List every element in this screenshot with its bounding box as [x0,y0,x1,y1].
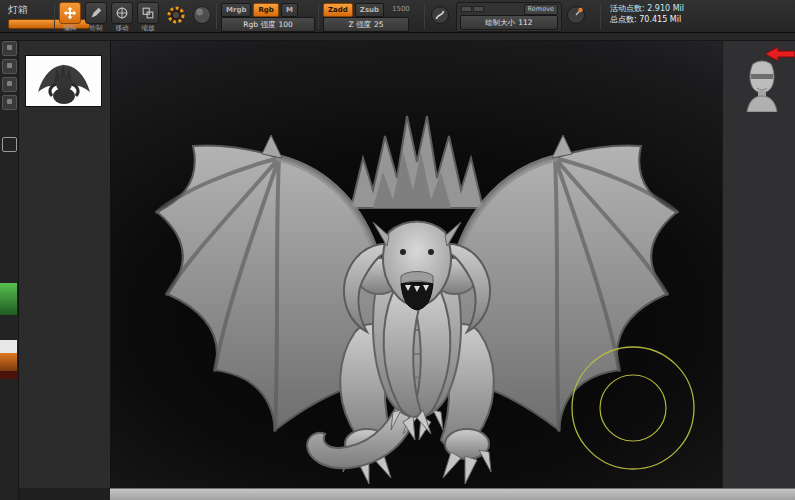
divider [424,3,425,29]
move-mode-label: 移动 [110,24,134,32]
z-intensity-value: 25 [374,20,384,29]
m-button[interactable]: M [281,3,298,17]
pencil-icon [85,2,107,24]
tray-tool-icon[interactable] [2,77,17,92]
active-points-stat: 活动点数: 2.910 Mil [610,3,780,14]
current-tool-thumbnail[interactable] [25,55,102,107]
shelf-shadow-bar [0,33,795,41]
divider [216,3,217,29]
rgb-intensity-slider[interactable]: Rgb 强度 100 [221,17,315,32]
brush-cursor [553,328,713,488]
tray-tool-icon[interactable] [2,95,17,110]
move-gyro-icon [111,2,133,24]
divider [318,3,319,29]
draw-size-value: 112 [518,18,532,27]
brush-settings-panel: Remove 绘制大小 112 [456,2,562,32]
edit-icon [59,2,81,24]
z-intensity-label: Z 强度 [348,20,371,30]
mask-dash-icon [473,6,484,12]
white-swatch[interactable] [0,340,17,353]
scale-mode-label: 缩放 [136,24,160,32]
scale-mode-button[interactable]: 缩放 [136,1,160,31]
tray-tool-icon[interactable] [2,59,17,74]
scale-icon [137,2,159,24]
rgb-button[interactable]: Rgb [253,3,278,17]
top-shelf: 灯箱 编辑 绘制 移动 缩放 Mrgb Rgb M Rgb 强 [0,0,795,33]
canvas-bottom-edge [110,488,795,500]
remove-button[interactable]: Remove [524,4,558,15]
mesh-stats: 活动点数: 2.910 Mil 总点数: 70.415 Mil [610,3,780,25]
move-mode-button[interactable]: 移动 [110,1,134,31]
tray-tool-icon[interactable] [2,41,17,56]
left-tray [19,40,110,488]
stroke-curve-icon[interactable] [430,5,450,25]
mrgb-button[interactable]: Mrgb [221,3,251,17]
divider [54,3,55,29]
draw-size-label: 绘制大小 [485,18,515,28]
draw-mode-label: 绘制 [84,24,108,32]
dark-red-swatch[interactable] [0,371,17,379]
right-tray [722,40,795,488]
orange-swatch[interactable] [0,353,17,371]
zsub-button[interactable]: Zsub [355,3,384,17]
z-limit-value: 1500 [392,5,410,13]
total-points-stat: 总点数: 70.415 Mil [610,14,780,25]
thumbnail-dragon-image [26,56,101,106]
z-intensity-slider[interactable]: Z 强度 25 [323,17,409,32]
edit-mode-label: 编辑 [58,24,82,32]
lightbox-button[interactable]: 灯箱 [8,3,28,17]
edit-mode-button[interactable]: 编辑 [58,1,82,31]
left-icon-strip [0,33,19,500]
divider [600,3,601,29]
gear-icon[interactable] [166,5,186,25]
green-swatch[interactable] [0,283,17,315]
focal-knob-icon[interactable] [566,5,586,25]
zadd-button[interactable]: Zadd [323,3,353,17]
sculpt-mode-group: Zadd Zsub [323,3,384,17]
current-tool-bust-icon[interactable] [743,58,781,112]
rgb-intensity-value: 100 [278,20,292,29]
draw-size-slider[interactable]: 绘制大小 112 [460,15,558,30]
mask-dash-icon [461,6,472,12]
paint-mode-group: Mrgb Rgb M [221,3,298,17]
sphere-icon[interactable] [192,5,212,25]
draw-mode-button[interactable]: 绘制 [84,1,108,31]
sculpt-canvas[interactable] [110,40,723,488]
rgb-intensity-label: Rgb 强度 [243,20,275,30]
tray-frame-icon[interactable] [2,137,17,152]
